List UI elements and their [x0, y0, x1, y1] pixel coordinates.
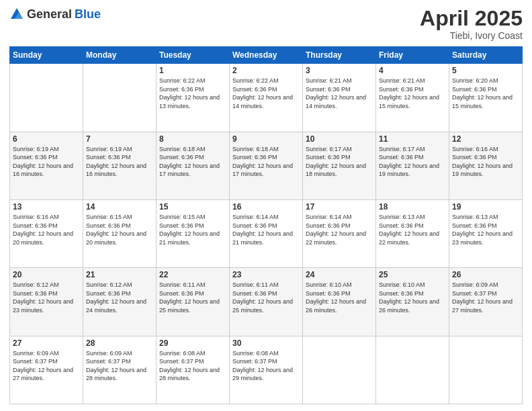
day-number: 3	[306, 66, 373, 75]
day-number: 13	[13, 202, 80, 212]
cell-info: Sunrise: 6:12 AM Sunset: 6:36 PM Dayligh…	[86, 281, 153, 314]
day-number: 4	[379, 66, 446, 75]
table-row: 19Sunrise: 6:13 AM Sunset: 6:36 PM Dayli…	[449, 199, 523, 267]
cell-info: Sunrise: 6:19 AM Sunset: 6:36 PM Dayligh…	[86, 145, 153, 179]
table-row: 6Sunrise: 6:19 AM Sunset: 6:36 PM Daylig…	[10, 132, 83, 199]
table-row: 8Sunrise: 6:18 AM Sunset: 6:36 PM Daylig…	[157, 132, 230, 199]
cell-info: Sunrise: 6:22 AM Sunset: 6:36 PM Dayligh…	[159, 77, 226, 110]
cell-info: Sunrise: 6:09 AM Sunset: 6:37 PM Dayligh…	[86, 349, 153, 383]
cell-info: Sunrise: 6:22 AM Sunset: 6:36 PM Dayligh…	[232, 77, 300, 110]
table-row: 22Sunrise: 6:11 AM Sunset: 6:36 PM Dayli…	[157, 268, 230, 336]
cell-info: Sunrise: 6:08 AM Sunset: 6:37 PM Dayligh…	[232, 349, 300, 383]
logo-blue: Blue	[75, 7, 101, 21]
cell-info: Sunrise: 6:19 AM Sunset: 6:36 PM Dayligh…	[13, 145, 80, 179]
cell-info: Sunrise: 6:18 AM Sunset: 6:36 PM Dayligh…	[232, 145, 300, 179]
calendar-week-row: 20Sunrise: 6:12 AM Sunset: 6:36 PM Dayli…	[10, 268, 523, 336]
logo: GeneralBlue	[9, 7, 101, 21]
cell-info: Sunrise: 6:20 AM Sunset: 6:36 PM Dayligh…	[452, 77, 519, 110]
day-number: 10	[306, 134, 373, 144]
page: GeneralBlue April 2025 Tiebi, Ivory Coas…	[0, 0, 532, 411]
table-row: 28Sunrise: 6:09 AM Sunset: 6:37 PM Dayli…	[83, 336, 157, 404]
cell-info: Sunrise: 6:14 AM Sunset: 6:36 PM Dayligh…	[306, 213, 373, 246]
table-row: 7Sunrise: 6:19 AM Sunset: 6:36 PM Daylig…	[83, 132, 157, 199]
day-number: 7	[86, 134, 153, 144]
table-row: 29Sunrise: 6:08 AM Sunset: 6:37 PM Dayli…	[157, 336, 230, 404]
calendar: Sunday Monday Tuesday Wednesday Thursday…	[9, 46, 523, 404]
cell-info: Sunrise: 6:11 AM Sunset: 6:36 PM Dayligh…	[232, 281, 300, 314]
calendar-header-row: Sunday Monday Tuesday Wednesday Thursday…	[10, 47, 523, 64]
day-number: 9	[232, 134, 300, 144]
cell-info: Sunrise: 6:12 AM Sunset: 6:36 PM Dayligh…	[13, 281, 80, 314]
day-number: 2	[232, 66, 300, 75]
cell-info: Sunrise: 6:17 AM Sunset: 6:36 PM Dayligh…	[306, 145, 373, 179]
cell-info: Sunrise: 6:09 AM Sunset: 6:37 PM Dayligh…	[13, 349, 80, 383]
table-row: 13Sunrise: 6:16 AM Sunset: 6:36 PM Dayli…	[10, 199, 83, 267]
day-number: 27	[13, 338, 80, 348]
title-location: Tiebi, Ivory Coast	[420, 30, 523, 41]
table-row: 10Sunrise: 6:17 AM Sunset: 6:36 PM Dayli…	[303, 132, 376, 199]
table-row: 23Sunrise: 6:11 AM Sunset: 6:36 PM Dayli…	[230, 268, 303, 336]
table-row: 25Sunrise: 6:10 AM Sunset: 6:36 PM Dayli…	[376, 268, 449, 336]
cell-info: Sunrise: 6:14 AM Sunset: 6:36 PM Dayligh…	[232, 213, 300, 246]
table-row	[449, 336, 523, 404]
day-number: 17	[306, 202, 373, 212]
calendar-week-row: 27Sunrise: 6:09 AM Sunset: 6:37 PM Dayli…	[10, 336, 523, 404]
col-saturday: Saturday	[449, 47, 523, 64]
calendar-week-row: 6Sunrise: 6:19 AM Sunset: 6:36 PM Daylig…	[10, 132, 523, 199]
day-number: 1	[159, 66, 226, 75]
day-number: 15	[159, 202, 226, 212]
cell-info: Sunrise: 6:13 AM Sunset: 6:36 PM Dayligh…	[452, 213, 519, 246]
col-monday: Monday	[83, 47, 157, 64]
table-row: 14Sunrise: 6:15 AM Sunset: 6:36 PM Dayli…	[83, 199, 157, 267]
title-block: April 2025 Tiebi, Ivory Coast	[420, 7, 523, 41]
day-number: 20	[13, 270, 80, 279]
day-number: 24	[306, 270, 373, 279]
cell-info: Sunrise: 6:16 AM Sunset: 6:36 PM Dayligh…	[452, 145, 519, 179]
col-thursday: Thursday	[303, 47, 376, 64]
table-row: 20Sunrise: 6:12 AM Sunset: 6:36 PM Dayli…	[10, 268, 83, 336]
day-number: 29	[159, 338, 226, 348]
table-row: 3Sunrise: 6:21 AM Sunset: 6:36 PM Daylig…	[303, 64, 376, 132]
table-row: 16Sunrise: 6:14 AM Sunset: 6:36 PM Dayli…	[230, 199, 303, 267]
table-row: 2Sunrise: 6:22 AM Sunset: 6:36 PM Daylig…	[230, 64, 303, 132]
cell-info: Sunrise: 6:13 AM Sunset: 6:36 PM Dayligh…	[379, 213, 446, 246]
table-row: 27Sunrise: 6:09 AM Sunset: 6:37 PM Dayli…	[10, 336, 83, 404]
logo-general: General	[27, 7, 72, 21]
table-row: 17Sunrise: 6:14 AM Sunset: 6:36 PM Dayli…	[303, 199, 376, 267]
table-row: 5Sunrise: 6:20 AM Sunset: 6:36 PM Daylig…	[449, 64, 523, 132]
table-row: 9Sunrise: 6:18 AM Sunset: 6:36 PM Daylig…	[230, 132, 303, 199]
day-number: 30	[232, 338, 300, 348]
day-number: 25	[379, 270, 446, 279]
table-row	[376, 336, 449, 404]
day-number: 21	[86, 270, 153, 279]
table-row: 15Sunrise: 6:15 AM Sunset: 6:36 PM Dayli…	[157, 199, 230, 267]
table-row: 12Sunrise: 6:16 AM Sunset: 6:36 PM Dayli…	[449, 132, 523, 199]
col-tuesday: Tuesday	[157, 47, 230, 64]
cell-info: Sunrise: 6:10 AM Sunset: 6:36 PM Dayligh…	[379, 281, 446, 314]
calendar-week-row: 13Sunrise: 6:16 AM Sunset: 6:36 PM Dayli…	[10, 199, 523, 267]
table-row: 11Sunrise: 6:17 AM Sunset: 6:36 PM Dayli…	[376, 132, 449, 199]
col-friday: Friday	[376, 47, 449, 64]
day-number: 18	[379, 202, 446, 212]
header: GeneralBlue April 2025 Tiebi, Ivory Coas…	[9, 7, 523, 41]
day-number: 26	[452, 270, 519, 279]
logo-icon	[9, 7, 24, 21]
cell-info: Sunrise: 6:21 AM Sunset: 6:36 PM Dayligh…	[379, 77, 446, 110]
table-row: 26Sunrise: 6:09 AM Sunset: 6:37 PM Dayli…	[449, 268, 523, 336]
table-row: 24Sunrise: 6:10 AM Sunset: 6:36 PM Dayli…	[303, 268, 376, 336]
day-number: 11	[379, 134, 446, 144]
cell-info: Sunrise: 6:10 AM Sunset: 6:36 PM Dayligh…	[306, 281, 373, 314]
calendar-week-row: 1Sunrise: 6:22 AM Sunset: 6:36 PM Daylig…	[10, 64, 523, 132]
table-row: 18Sunrise: 6:13 AM Sunset: 6:36 PM Dayli…	[376, 199, 449, 267]
table-row	[303, 336, 376, 404]
cell-info: Sunrise: 6:17 AM Sunset: 6:36 PM Dayligh…	[379, 145, 446, 179]
table-row: 4Sunrise: 6:21 AM Sunset: 6:36 PM Daylig…	[376, 64, 449, 132]
title-month: April 2025	[420, 7, 523, 30]
day-number: 14	[86, 202, 153, 212]
cell-info: Sunrise: 6:18 AM Sunset: 6:36 PM Dayligh…	[159, 145, 226, 179]
day-number: 22	[159, 270, 226, 279]
table-row	[10, 64, 83, 132]
cell-info: Sunrise: 6:15 AM Sunset: 6:36 PM Dayligh…	[159, 213, 226, 246]
day-number: 19	[452, 202, 519, 212]
cell-info: Sunrise: 6:08 AM Sunset: 6:37 PM Dayligh…	[159, 349, 226, 383]
